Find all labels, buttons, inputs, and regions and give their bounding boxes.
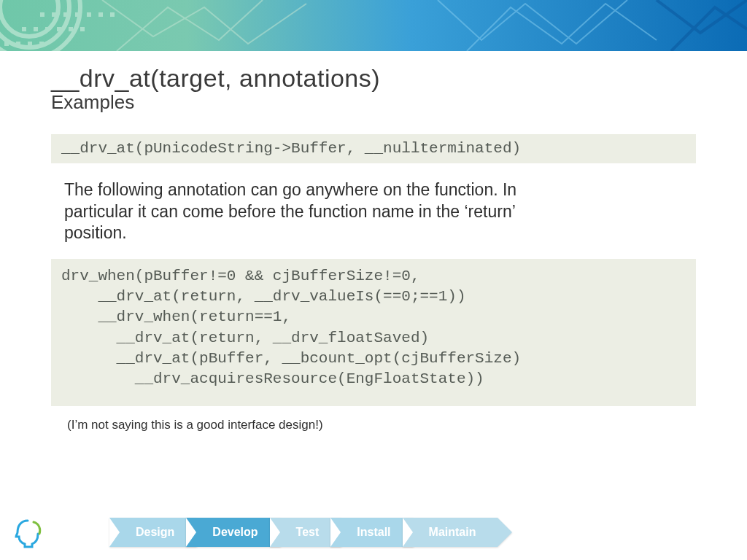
slide-subtitle: Examples: [51, 91, 696, 114]
phase-develop: Develop: [186, 518, 279, 547]
slide-body: __drv_at(target, annotations) Examples _…: [0, 51, 747, 432]
code-example-1: __drv_at(pUnicodeString->Buffer, __nullt…: [51, 134, 696, 163]
header-banner: [0, 0, 747, 51]
phase-design: Design: [109, 518, 196, 547]
phase-install: Install: [330, 518, 412, 547]
code-example-2: drv_when(pBuffer!=0 && cjBufferSize!=0, …: [51, 259, 696, 406]
slide-title: __drv_at(target, annotations): [51, 64, 696, 93]
lifecycle-arrows: Design Develop Test Install Maintain: [109, 518, 498, 547]
footer: Design Develop Test Install Maintain: [0, 502, 747, 560]
explanation-paragraph: The following annotation can go anywhere…: [64, 179, 531, 244]
phase-maintain: Maintain: [403, 518, 498, 547]
banner-circuit-art: [0, 0, 747, 51]
aside-note: (I’m not saying this is a good interface…: [67, 418, 696, 432]
footer-logo-icon: [12, 518, 44, 550]
